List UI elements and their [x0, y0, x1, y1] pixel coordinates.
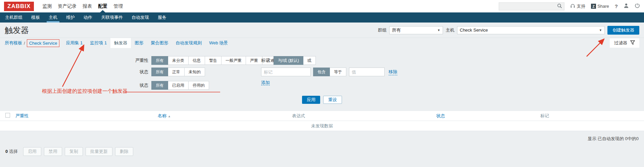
- group-select[interactable]: 所有 ▼: [389, 26, 443, 34]
- help-button[interactable]: ?: [615, 3, 618, 9]
- tab-applications[interactable]: 应用集 1: [62, 38, 86, 48]
- tab-items[interactable]: 监控项 1: [86, 38, 110, 48]
- filter-panel: 严重性 所有 未分类 信息 警告 一般严重 严重 灾难 状态 所有 正常 未知的…: [0, 48, 644, 107]
- page-title: 触发器: [5, 25, 29, 36]
- support-label: 支持: [577, 3, 585, 9]
- zabbix-share-icon: Z: [591, 4, 596, 9]
- severity-label: 严重性: [0, 57, 152, 64]
- tags-filter-block: 标记 与/或 (默认) 或 包含 等于 移除 添加: [261, 56, 397, 86]
- tag-remove-link[interactable]: 移除: [389, 69, 397, 75]
- tag-match-segmented-control: 包含 等于: [313, 68, 346, 76]
- breadcrumb-separator: /: [24, 41, 25, 46]
- column-header-tags: 标记: [540, 113, 549, 118]
- tags-or-button[interactable]: 或: [303, 56, 316, 65]
- tag-contains-button[interactable]: 包含: [313, 68, 330, 76]
- menu-item-monitoring[interactable]: 监测: [39, 0, 55, 12]
- tag-add-link[interactable]: 添加: [261, 80, 270, 85]
- entity-tabs: 应用集 1 监控项 1 触发器 图形 聚合图形 自动发现规则 Web 场景: [62, 38, 232, 48]
- enable-button[interactable]: 启用: [23, 147, 41, 156]
- group-select-label: 群组: [378, 27, 387, 33]
- status-segmented-control: 所有 已启用 停用的: [152, 81, 209, 90]
- status-all-button[interactable]: 所有: [151, 81, 168, 90]
- menu-item-configuration[interactable]: 配置: [95, 0, 110, 12]
- severity-all-button[interactable]: 所有: [151, 56, 168, 65]
- create-trigger-button[interactable]: 创建触发器: [607, 26, 639, 35]
- menu-item-reports[interactable]: 报表: [80, 0, 95, 12]
- severity-not-classified-button[interactable]: 未分类: [168, 56, 189, 65]
- global-search[interactable]: [499, 2, 564, 10]
- tags-operator-segmented-control: 与/或 (默认) 或: [274, 56, 316, 65]
- disable-button[interactable]: 禁用: [44, 147, 62, 156]
- apply-button[interactable]: 应用: [302, 96, 320, 104]
- severity-average-button[interactable]: 一般严重: [221, 56, 246, 65]
- tags-andor-button[interactable]: 与/或 (默认): [274, 56, 303, 65]
- top-bar: ZABBIX 监测 资产记录 报表 配置 管理 支持 Z Share ?: [0, 0, 644, 12]
- breadcrumb-all-templates[interactable]: 所有模板: [5, 40, 22, 46]
- status-disabled-button[interactable]: 停用的: [188, 81, 209, 90]
- nav-item-services[interactable]: 服务: [153, 12, 171, 23]
- column-header-expression: 表达式: [292, 113, 305, 118]
- sort-asc-icon: ▲: [168, 115, 171, 118]
- breadcrumb-host[interactable]: Check Service: [29, 41, 57, 46]
- filter-toggle[interactable]: 过滤器: [610, 38, 639, 48]
- tag-equals-button[interactable]: 等于: [330, 68, 346, 76]
- tag-name-input[interactable]: [261, 68, 311, 76]
- topbar-right-cluster: 支持 Z Share ?: [499, 2, 640, 10]
- severity-information-button[interactable]: 信息: [188, 56, 205, 65]
- share-label: Share: [597, 4, 609, 9]
- main-menu: 监测 资产记录 报表 配置 管理: [39, 0, 126, 12]
- search-input[interactable]: [501, 4, 557, 9]
- severity-warning-button[interactable]: 警告: [205, 56, 221, 65]
- tab-web-scenarios[interactable]: Web 场景: [205, 38, 232, 48]
- tab-screens[interactable]: 聚合图形: [147, 38, 172, 48]
- state-label: 状态: [0, 69, 152, 75]
- tag-value-input[interactable]: [349, 68, 385, 76]
- table-header-row: 严重性 名称▲ 表达式 状态 标记: [0, 111, 644, 121]
- chevron-down-icon: ▼: [599, 29, 602, 32]
- zabbix-logo[interactable]: ZABBIX: [4, 2, 34, 11]
- logout-icon[interactable]: [635, 3, 640, 9]
- mass-action-bar: 0 选择 启用 禁用 复制 批量更新 删除: [0, 142, 644, 161]
- state-all-button[interactable]: 所有: [151, 68, 168, 76]
- tab-graphs[interactable]: 图形: [131, 38, 147, 48]
- column-header-name[interactable]: 名称: [158, 113, 166, 118]
- nav-item-host-groups[interactable]: 主机群组: [1, 12, 27, 23]
- headset-icon: [570, 3, 575, 9]
- host-select[interactable]: Check Service ▼: [457, 26, 605, 34]
- tab-discovery-rules[interactable]: 自动发现规则: [172, 38, 205, 48]
- triggers-table: 严重性 名称▲ 表达式 状态 标记 未发现数据: [0, 111, 644, 131]
- support-link[interactable]: 支持: [570, 3, 585, 9]
- header-controls: 群组 所有 ▼ 主机 Check Service ▼ 创建触发器: [378, 26, 639, 35]
- share-link[interactable]: Z Share: [591, 4, 609, 9]
- nav-item-discovery[interactable]: 自动发现: [127, 12, 153, 23]
- selected-count: 0 选择: [5, 149, 18, 155]
- severity-high-button[interactable]: 严重: [246, 56, 262, 65]
- nav-item-maintenance[interactable]: 维护: [62, 12, 79, 23]
- tab-triggers[interactable]: 触发器: [110, 38, 131, 48]
- host-select-label: 主机: [446, 27, 454, 33]
- menu-item-administration[interactable]: 管理: [110, 0, 126, 12]
- filter-actions: 应用 重设: [0, 96, 644, 104]
- menu-item-inventory[interactable]: 资产记录: [55, 0, 80, 12]
- mass-update-button[interactable]: 批量更新: [86, 147, 112, 156]
- breadcrumb-tabs-row: 所有模板 / Check Service 应用集 1 监控项 1 触发器 图形 …: [0, 38, 644, 48]
- profile-icon[interactable]: [624, 3, 629, 9]
- select-all-checkbox[interactable]: [5, 113, 10, 118]
- nav-item-actions[interactable]: 动作: [79, 12, 97, 23]
- state-unknown-button[interactable]: 未知的: [184, 68, 205, 76]
- reset-button[interactable]: 重设: [323, 96, 342, 104]
- column-header-severity[interactable]: 严重性: [15, 113, 29, 118]
- delete-button[interactable]: 删除: [115, 147, 133, 156]
- tags-label: 标记: [261, 57, 270, 64]
- status-enabled-button[interactable]: 已启用: [168, 81, 189, 90]
- severity-segmented-control: 所有 未分类 信息 警告 一般严重 严重 灾难: [152, 56, 279, 65]
- search-icon[interactable]: [557, 3, 562, 9]
- empty-table-message: 未发现数据: [0, 121, 644, 131]
- state-normal-button[interactable]: 正常: [168, 68, 185, 76]
- nav-item-templates[interactable]: 模板: [27, 12, 44, 23]
- nav-item-event-correlation[interactable]: 关联项事件: [97, 12, 127, 23]
- copy-button[interactable]: 复制: [65, 147, 83, 156]
- nav-item-hosts[interactable]: 主机: [44, 12, 62, 23]
- column-header-status[interactable]: 状态: [436, 113, 445, 118]
- status-label: 状态: [0, 82, 152, 88]
